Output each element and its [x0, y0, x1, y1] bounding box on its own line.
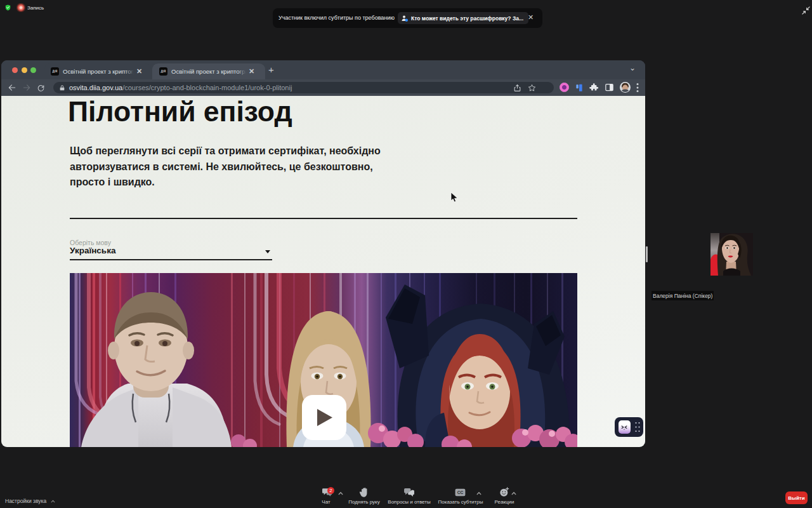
svg-text:CC: CC [457, 490, 464, 495]
